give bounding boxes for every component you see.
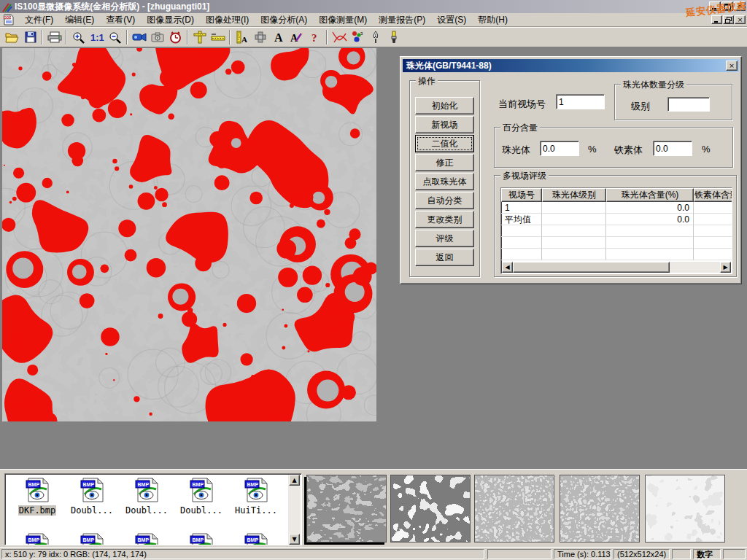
file-item[interactable]: BMP Doubl... — [120, 477, 173, 516]
child-restore-button[interactable] — [723, 15, 734, 24]
scrollbar-track[interactable] — [670, 262, 720, 273]
correct-button[interactable]: 修正 — [415, 154, 474, 171]
file-item-clipped[interactable]: BMP — [66, 532, 118, 545]
title-bar[interactable]: IS100显微摄像系统(金相分析版) - [zhuguangti01] × — [0, 0, 747, 13]
grade-button[interactable]: 评级 — [415, 230, 474, 247]
file-list-scrollbar[interactable]: ▲ ▼ — [288, 475, 301, 545]
file-browser-strip: BMP DKF.bmp BMP Doubl... BMP Doubl... BM… — [0, 469, 747, 547]
measure-line-button[interactable] — [209, 28, 227, 46]
col-pearlite-content[interactable]: 珠光体含量(%) — [606, 188, 694, 202]
close-button[interactable]: × — [734, 1, 746, 11]
menu-item-image-process[interactable]: 图像处理(I) — [200, 12, 255, 28]
specimen-image-binarized[interactable] — [2, 48, 376, 421]
scroll-up-arrow[interactable]: ▲ — [289, 475, 300, 486]
save-button[interactable] — [21, 28, 39, 46]
dialog-close-button[interactable]: × — [726, 61, 738, 71]
cell-pearlite-content: 0.0 — [606, 214, 694, 225]
dialog-title-bar[interactable]: 珠光体(GB/T9441-88) — [403, 59, 739, 72]
menu-item-edit[interactable]: 编辑(E) — [59, 12, 100, 28]
image-stitch-button[interactable] — [251, 28, 269, 46]
bmp-file-icon: BMP — [134, 532, 159, 545]
particle-analysis-button[interactable]: 3 — [348, 28, 366, 46]
change-class-button[interactable]: 更改类别 — [415, 211, 474, 228]
file-item[interactable]: BMP Doubl... — [66, 477, 118, 516]
timer-button[interactable] — [166, 28, 185, 46]
curve-tool-button[interactable] — [330, 28, 348, 46]
caliper-button[interactable] — [190, 28, 209, 46]
menu-item-file[interactable]: 文件(F) — [19, 12, 59, 28]
printer-icon — [47, 31, 62, 43]
col-pearlite-grade[interactable]: 珠光体级别 — [542, 188, 606, 202]
current-field-input[interactable] — [556, 94, 605, 109]
document-icon[interactable]: DOC — [3, 14, 15, 26]
file-list-pane[interactable]: BMP DKF.bmp BMP Doubl... BMP Doubl... BM… — [4, 473, 302, 545]
menu-item-view[interactable]: 查看(V) — [100, 12, 141, 28]
measure-ruler-a-button[interactable]: A — [233, 28, 251, 46]
actual-size-button[interactable]: 1:1 — [88, 28, 106, 46]
edit-annotation-button[interactable]: A — [287, 28, 306, 46]
menu-item-image-measure[interactable]: 图像测量(M) — [313, 12, 373, 28]
file-name[interactable]: Doubl... — [125, 505, 169, 516]
dotted-ruler-icon — [211, 33, 225, 42]
pearlite-value-input[interactable] — [540, 141, 579, 156]
file-name[interactable]: DKF.bmp — [18, 505, 57, 516]
video-capture-button[interactable] — [130, 28, 148, 46]
scroll-right-arrow[interactable]: ▶ — [720, 262, 731, 273]
file-item-clipped[interactable]: BMP — [230, 532, 282, 545]
ferrite-value-input[interactable] — [653, 141, 692, 156]
brush-tool-button[interactable] — [384, 28, 403, 46]
scroll-down-arrow[interactable]: ▼ — [289, 534, 300, 545]
init-button[interactable]: 初始化 — [415, 97, 474, 114]
thumbnail-1[interactable] — [306, 475, 387, 542]
file-name[interactable]: HuiTi... — [234, 505, 278, 516]
help-button[interactable]: ? — [306, 28, 324, 46]
menu-item-measure-report[interactable]: 测量报告(P) — [373, 12, 431, 28]
pen-icon — [371, 31, 380, 44]
print-button[interactable] — [45, 28, 63, 46]
menu-item-image-analysis[interactable]: 图像分析(A) — [255, 12, 313, 28]
text-annotation-button[interactable]: A — [269, 28, 287, 46]
menu-item-settings[interactable]: 设置(S) — [431, 12, 472, 28]
return-button[interactable]: 返回 — [415, 249, 474, 266]
scroll-left-arrow[interactable]: ◀ — [502, 262, 513, 273]
multi-field-table[interactable]: 视场号 珠光体级别 珠光体含量(%) 铁素体含量(%) 1 0.0 平均值 0.… — [500, 187, 732, 274]
file-item-clipped[interactable]: BMP — [120, 532, 173, 545]
level-input[interactable] — [667, 97, 710, 112]
ferrite-percent-sign: % — [702, 144, 711, 155]
ferrite-label: 铁素体 — [614, 144, 643, 157]
menu-item-help[interactable]: 帮助(H) — [472, 12, 514, 28]
col-ferrite-content[interactable]: 铁素体含量(%) — [694, 188, 732, 202]
pick-pearlite-button[interactable]: 点取珠光体 — [415, 173, 474, 190]
table-row[interactable]: 1 0.0 — [501, 202, 732, 214]
binarize-button[interactable]: 二值化 — [415, 135, 474, 152]
child-minimize-button[interactable] — [711, 15, 722, 24]
new-field-button[interactable]: 新视场 — [415, 116, 474, 133]
open-file-button[interactable] — [3, 28, 21, 46]
stitch-grid-icon — [254, 31, 267, 44]
file-name[interactable]: Doubl... — [179, 505, 223, 516]
zoom-out-button[interactable] — [106, 28, 124, 46]
file-item[interactable]: BMP Doubl... — [175, 477, 228, 516]
thumbnail-4[interactable] — [560, 475, 640, 542]
scrollbar-thumb[interactable] — [513, 262, 670, 273]
file-item[interactable]: BMP HuiTi... — [230, 477, 282, 516]
photo-capture-button[interactable] — [148, 28, 166, 46]
file-item-clipped[interactable]: BMP — [175, 532, 228, 545]
file-name[interactable]: Doubl... — [70, 505, 114, 516]
pen-tool-button[interactable] — [366, 28, 384, 46]
col-field-number[interactable]: 视场号 — [501, 188, 542, 202]
thumbnail-3[interactable] — [474, 475, 554, 542]
maximize-button[interactable] — [721, 1, 733, 11]
table-horizontal-scrollbar[interactable]: ◀ ▶ — [502, 262, 731, 273]
zoom-in-button[interactable] — [69, 28, 88, 46]
table-row[interactable]: 平均值 0.0 — [501, 214, 732, 225]
minimize-button[interactable] — [709, 1, 721, 11]
file-item-clipped[interactable]: BMP — [11, 532, 63, 545]
thumbnail-5[interactable] — [645, 475, 725, 542]
minimize-icon — [712, 4, 718, 9]
child-close-button[interactable]: × — [735, 15, 746, 24]
auto-classify-button[interactable]: 自动分类 — [415, 192, 474, 209]
thumbnail-2[interactable] — [390, 475, 471, 542]
menu-item-image-display[interactable]: 图像显示(D) — [141, 12, 200, 28]
file-item[interactable]: BMP DKF.bmp — [11, 477, 63, 516]
